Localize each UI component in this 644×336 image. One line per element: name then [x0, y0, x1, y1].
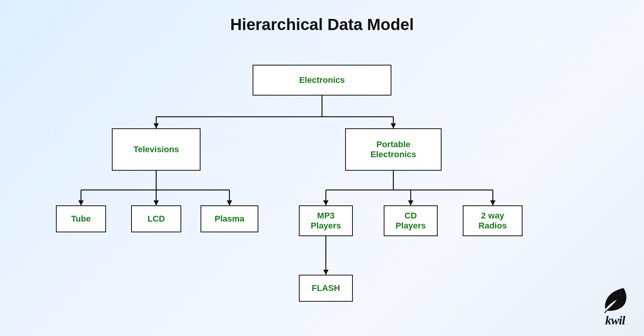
node-electronics: Electronics — [253, 65, 391, 96]
node-radios: 2 wayRadios — [463, 205, 523, 236]
node-flash: FLASH — [299, 275, 353, 302]
kwil-text: kwil — [605, 313, 625, 328]
svg-marker-10 — [78, 200, 84, 205]
svg-marker-18 — [323, 200, 329, 205]
node-mp3: MP3Players — [299, 205, 353, 236]
svg-marker-24 — [323, 270, 329, 275]
svg-marker-20 — [408, 200, 413, 205]
kwil-feather-icon — [602, 286, 629, 313]
page-title: Hierarchical Data Model — [0, 0, 644, 45]
svg-marker-6 — [391, 123, 396, 128]
svg-marker-22 — [490, 200, 496, 205]
node-portable: PortableElectronics — [345, 128, 442, 171]
node-televisions: Televisions — [112, 128, 201, 171]
svg-marker-14 — [227, 200, 232, 205]
node-cd: CDPlayers — [384, 205, 438, 236]
node-plasma: Plasma — [201, 205, 258, 232]
svg-marker-12 — [153, 200, 159, 205]
kwil-logo: kwil — [602, 286, 629, 328]
node-lcd: LCD — [131, 205, 181, 232]
svg-marker-3 — [153, 123, 159, 128]
node-tube: Tube — [56, 205, 106, 232]
diagram-container: Electronics Televisions PortableElectron… — [0, 45, 644, 335]
